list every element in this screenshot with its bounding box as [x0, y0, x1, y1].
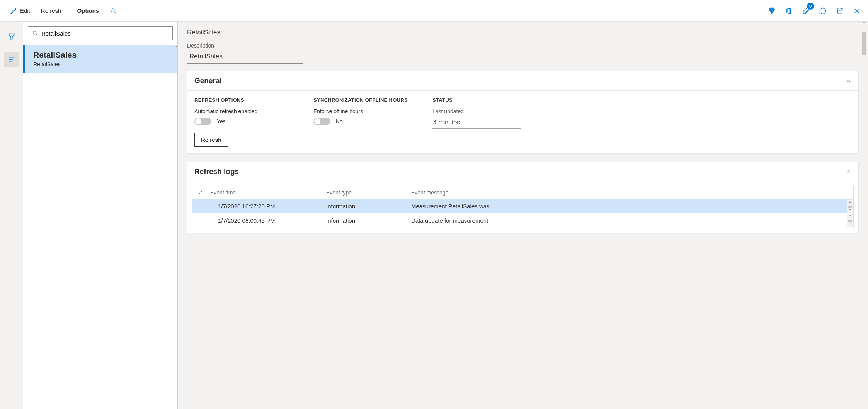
svg-point-0: [111, 9, 114, 12]
attachment-icon-button[interactable]: 0: [799, 4, 812, 17]
col-event-message[interactable]: Event message: [411, 189, 849, 196]
toolbar-right: 0: [765, 4, 863, 17]
last-updated-label: Last updated: [432, 108, 533, 114]
description-block: Description RetailSales: [187, 43, 859, 64]
search-icon: [32, 30, 38, 36]
refresh-options-heading: REFRESH OPTIONS: [194, 97, 295, 103]
table-row[interactable]: 1/7/2020 08:00:45 PM Information Data up…: [192, 213, 853, 228]
search-input[interactable]: [41, 30, 168, 37]
general-columns: REFRESH OPTIONS Automatic refresh enable…: [194, 97, 851, 147]
reload-icon-button[interactable]: [816, 4, 829, 17]
auto-refresh-toggle-row: Yes: [194, 118, 295, 125]
auto-refresh-label: Automatic refresh enabled: [194, 108, 295, 114]
edit-button[interactable]: Edit: [5, 5, 36, 17]
col-event-time-label: Event time: [210, 189, 236, 196]
cell-message: Data update for measurement: [411, 217, 849, 224]
cell-type: Information: [326, 203, 411, 210]
content-scrollbar[interactable]: ˄: [861, 22, 867, 409]
cell-time: 1/7/2020 10:27:20 PM: [210, 203, 326, 210]
scroll-up-icon: ˄: [849, 200, 851, 206]
toolbar-search-button[interactable]: [104, 5, 122, 17]
status-heading: STATUS: [432, 97, 533, 103]
cell-message: Measurement RetailSales was: [411, 203, 849, 210]
app-toolbar: Edit Refresh Options 0: [0, 0, 868, 22]
options-label: Options: [77, 7, 99, 14]
popout-icon-button[interactable]: [833, 4, 846, 17]
description-label: Description: [187, 43, 859, 49]
edit-label: Edit: [20, 7, 30, 14]
enforce-label: Enforce offline hours: [313, 108, 414, 114]
filter-rail-button[interactable]: [4, 29, 19, 44]
content-area: RetailSales Description RetailSales Gene…: [178, 22, 868, 409]
options-button[interactable]: Options: [71, 5, 104, 16]
last-updated-value: 4 minutes: [432, 118, 521, 129]
general-card-header[interactable]: General: [187, 71, 858, 90]
logs-card: Refresh logs Event time ↓ Even: [187, 162, 859, 233]
scroll-up-icon: ˄: [863, 22, 865, 26]
lines-icon: [7, 55, 16, 64]
toolbar-left: Edit Refresh Options: [5, 5, 122, 17]
enforce-toggle-row: No: [313, 118, 414, 125]
chevron-up-icon: ˄: [175, 46, 177, 51]
svg-line-8: [36, 34, 37, 36]
auto-refresh-value: Yes: [217, 118, 226, 124]
general-card-body: REFRESH OPTIONS Automatic refresh enable…: [187, 90, 858, 153]
list-item-subtitle: RetailSales: [33, 61, 169, 67]
toolbar-divider: [69, 5, 69, 16]
search-box[interactable]: [28, 26, 173, 40]
logs-card-body: Event time ↓ Event type Event message 1/…: [187, 186, 858, 228]
refresh-options-column: REFRESH OPTIONS Automatic refresh enable…: [194, 97, 295, 147]
general-title: General: [194, 77, 222, 85]
general-card: General REFRESH OPTIONS Automatic refres…: [187, 71, 859, 154]
funnel-icon: [7, 32, 16, 41]
list-scrollbar[interactable]: ˄: [171, 45, 177, 409]
attachment-badge: 0: [807, 3, 814, 10]
office-icon-button[interactable]: [782, 4, 795, 17]
main-layout: RetailSales RetailSales ˄ RetailSales De…: [0, 22, 868, 409]
list-rail-button[interactable]: [4, 52, 19, 67]
sync-column: SYNCHRONIZATION OFFLINE HOURS Enforce of…: [313, 97, 414, 147]
enforce-toggle[interactable]: [313, 118, 330, 125]
sync-heading: SYNCHRONIZATION OFFLINE HOURS: [313, 97, 414, 103]
search-wrap: [23, 22, 177, 45]
auto-refresh-toggle[interactable]: [194, 118, 211, 125]
page-title: RetailSales: [187, 29, 859, 36]
scroll-up-icon: ˄: [849, 214, 851, 220]
list-item[interactable]: RetailSales RetailSales: [23, 45, 177, 73]
chevron-up-icon: [845, 78, 851, 84]
logs-rows: 1/7/2020 10:27:20 PM Information Measure…: [192, 199, 853, 228]
select-all-check[interactable]: [197, 189, 210, 196]
logs-table-header: Event time ↓ Event type Event message: [192, 186, 853, 199]
col-event-type[interactable]: Event type: [326, 189, 411, 196]
list-panel: RetailSales RetailSales ˄: [23, 22, 178, 409]
scroll-down-icon: ˅: [849, 222, 851, 227]
logs-title: Refresh logs: [194, 167, 239, 176]
table-row[interactable]: 1/7/2020 10:27:20 PM Information Measure…: [192, 199, 853, 213]
scroll-down-icon: ˅: [849, 208, 851, 214]
scroll-thumb[interactable]: [862, 32, 866, 55]
pencil-icon: [10, 7, 17, 14]
search-icon: [110, 7, 117, 14]
col-event-time[interactable]: Event time ↓: [210, 189, 326, 196]
list-item-title: RetailSales: [33, 50, 169, 60]
logs-card-header[interactable]: Refresh logs: [187, 162, 858, 181]
cell-time: 1/7/2020 08:00:45 PM: [210, 217, 326, 224]
status-column: STATUS Last updated 4 minutes: [432, 97, 533, 147]
refresh-label: Refresh: [41, 7, 61, 14]
logs-table: Event time ↓ Event type Event message 1/…: [192, 186, 854, 228]
description-value[interactable]: RetailSales: [187, 51, 303, 64]
enforce-value: No: [336, 118, 343, 124]
svg-point-7: [33, 31, 36, 34]
left-rail: [0, 22, 23, 409]
cell-type: Information: [326, 217, 411, 224]
sort-down-icon: ↓: [240, 190, 242, 196]
svg-line-1: [114, 11, 116, 13]
chevron-up-icon: [845, 169, 851, 175]
refresh-button[interactable]: Refresh: [36, 5, 67, 16]
refresh-now-button[interactable]: Refresh: [194, 133, 228, 147]
list-body: RetailSales RetailSales ˄: [23, 45, 177, 409]
close-icon-button[interactable]: [850, 4, 863, 17]
diamond-icon-button[interactable]: [765, 4, 778, 17]
logs-scrollbar[interactable]: ˄ ˅ ˄ ˅: [847, 200, 853, 227]
